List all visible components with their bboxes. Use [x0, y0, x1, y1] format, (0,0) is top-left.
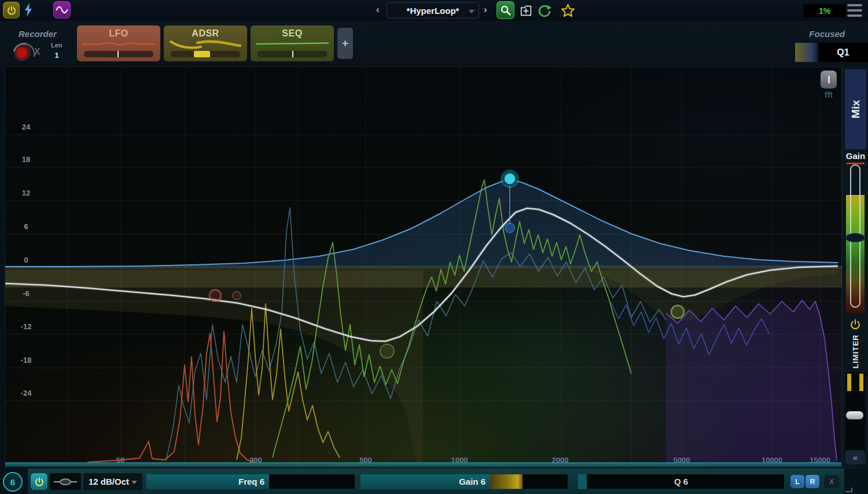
- eq-display-panel: 24181260-6-12-18-24502005001000200050001…: [5, 67, 842, 469]
- band-power-button[interactable]: [31, 473, 47, 490]
- eq-band-node[interactable]: [380, 344, 394, 358]
- limiter-slider-thumb[interactable]: [846, 411, 863, 419]
- gain-mod-range: [490, 474, 523, 489]
- tab-adsr-label: ADSR: [164, 28, 247, 39]
- power-icon: [34, 477, 45, 487]
- preset-prev-button[interactable]: ‹: [376, 4, 380, 16]
- modulator-row: Recorder X Len 1 LFO ADSR SEQ: [0, 21, 868, 67]
- eq-band-node[interactable]: [503, 172, 516, 185]
- focused-swatch: [795, 43, 818, 62]
- mix-label: Mix: [849, 100, 862, 119]
- gain-slider-label: Gain 6: [459, 477, 486, 486]
- lightning-icon[interactable]: [23, 2, 34, 17]
- preset-search-button[interactable]: [496, 1, 514, 19]
- tab-seq[interactable]: SEQ: [251, 25, 334, 61]
- eq-band-node[interactable]: [233, 292, 241, 300]
- fft-toggle[interactable]: fft: [821, 90, 837, 99]
- preset-name: *HyperLoop*: [407, 6, 459, 16]
- power-icon: [849, 318, 862, 331]
- gain-label: Gain: [843, 151, 868, 161]
- collapse-panel-button[interactable]: «: [845, 450, 865, 464]
- seq-line-icon: [254, 38, 330, 49]
- seq-progress-bar[interactable]: [258, 51, 327, 57]
- adsr-envelope-icon: [167, 38, 244, 50]
- lfo-waveform-icon: [80, 38, 157, 49]
- recorder-title: Recorder: [19, 29, 57, 39]
- tab-adsr[interactable]: ADSR: [164, 25, 247, 61]
- svg-text:-6: -6: [23, 289, 30, 298]
- eq-canvas[interactable]: 24181260-6-12-18-24502005001000200050001…: [5, 67, 843, 469]
- channel-right-button[interactable]: R: [806, 475, 819, 488]
- svg-text:18: 18: [22, 155, 30, 164]
- search-icon: [499, 4, 512, 17]
- eq-band-node[interactable]: [209, 290, 221, 301]
- spectrum-orange: [87, 331, 255, 462]
- svg-text:0: 0: [24, 256, 28, 264]
- adsr-progress-bar[interactable]: [171, 51, 240, 57]
- limiter-label: LIMITER: [843, 334, 868, 368]
- limiter-power-button[interactable]: [849, 318, 862, 333]
- menu-icon[interactable]: [847, 4, 862, 17]
- master-power-button[interactable]: [3, 2, 20, 19]
- chevron-down-icon: [131, 481, 137, 484]
- save-preset-button[interactable]: [517, 2, 534, 19]
- focused-label: Focused: [797, 29, 845, 39]
- band-control-bar: 6 12 dB/Oct Freq 6 Gain 6 Q 6: [0, 469, 868, 494]
- sine-wave-icon: [56, 3, 68, 16]
- limiter-meter-left: [847, 374, 851, 391]
- focused-value: Q1: [818, 43, 868, 62]
- svg-text:6: 6: [24, 222, 28, 231]
- info-icon: [828, 76, 830, 83]
- q-slider-label: Q 6: [674, 477, 688, 486]
- tab-lfo[interactable]: LFO: [77, 25, 160, 61]
- eq-band-node[interactable]: [671, 305, 684, 318]
- recorder-length-value[interactable]: 1: [51, 51, 62, 60]
- svg-text:-18: -18: [21, 356, 32, 364]
- svg-text:12: 12: [22, 189, 30, 197]
- svg-text:-24: -24: [21, 389, 32, 397]
- cpu-meter: 1%: [803, 4, 846, 17]
- band-delete-button[interactable]: X: [824, 475, 839, 488]
- info-button[interactable]: [821, 71, 837, 89]
- q-slider[interactable]: Q 6: [578, 474, 785, 489]
- plugin-window: ‹ *HyperLoop* ›: [0, 0, 868, 494]
- recorder-clear-button[interactable]: X: [34, 47, 41, 57]
- lfo-progress-bar[interactable]: [84, 51, 153, 57]
- preset-next-button[interactable]: ›: [484, 4, 487, 16]
- recorder-length-label: Len: [51, 42, 62, 49]
- tab-lfo-label: LFO: [77, 28, 160, 39]
- filter-shape-selector[interactable]: [50, 473, 81, 490]
- channel-left-button[interactable]: L: [790, 475, 804, 488]
- limiter-slider[interactable]: [845, 372, 865, 459]
- modulation-wave-button[interactable]: [53, 1, 71, 19]
- tab-seq-label: SEQ: [251, 28, 334, 39]
- chevron-down-icon: [469, 10, 475, 13]
- right-sidebar: Mix Gain LIMITER «: [842, 67, 868, 469]
- freq-slider-label: Freq 6: [238, 477, 264, 486]
- add-file-icon: [519, 3, 533, 17]
- add-modulator-button[interactable]: +: [337, 28, 353, 59]
- freq-zoom-scrollbar[interactable]: [5, 462, 841, 467]
- band-number-badge[interactable]: 6: [3, 472, 23, 492]
- star-icon: [560, 3, 576, 19]
- gain-slider[interactable]: Gain 6: [360, 474, 568, 489]
- svg-text:-12: -12: [21, 322, 32, 331]
- freq-slider[interactable]: Freq 6: [146, 474, 355, 489]
- favorite-button[interactable]: [559, 2, 576, 19]
- power-icon: [6, 5, 17, 16]
- mix-button[interactable]: Mix: [845, 69, 866, 149]
- slope-value: 12 dB/Oct: [89, 477, 129, 486]
- eq-band-node[interactable]: [505, 223, 514, 233]
- limiter-meter-right: [859, 374, 863, 391]
- record-button[interactable]: [15, 45, 30, 60]
- focused-selector[interactable]: Q1: [795, 43, 868, 62]
- gain-slider-thumb[interactable]: [845, 233, 865, 242]
- resize-handle[interactable]: [845, 488, 852, 492]
- reload-preset-button[interactable]: [536, 2, 553, 19]
- refresh-icon: [537, 3, 552, 18]
- top-toolbar: ‹ *HyperLoop* ›: [0, 0, 868, 21]
- bell-filter-icon: [53, 477, 78, 487]
- preset-selector[interactable]: *HyperLoop*: [387, 2, 479, 19]
- selected-band-curve: [5, 180, 838, 267]
- slope-dropdown[interactable]: 12 dB/Oct: [83, 473, 142, 490]
